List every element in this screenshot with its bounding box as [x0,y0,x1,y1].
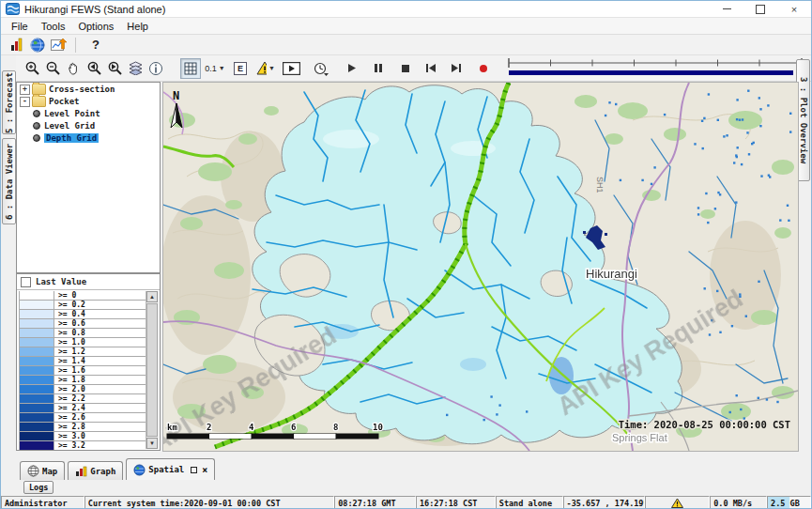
close-button[interactable]: × [777,1,811,17]
expand-icon[interactable]: + [20,85,30,95]
bar-chart-icon [75,466,87,477]
svg-text:N: N [173,89,179,102]
legend-label: >= 1.2 [54,347,146,356]
legend-scrollbar[interactable]: ▲ ▼ [146,291,159,449]
animation-panel-button[interactable] [282,59,300,78]
legend-label: >= 0.2 [54,301,146,309]
legend-label: >= 1.0 [54,338,146,347]
legend-color [20,404,54,412]
legend-color [20,319,54,328]
layers-icon[interactable] [126,59,145,78]
menu-help[interactable]: Help [120,20,155,33]
zoom-next-icon[interactable] [105,59,124,78]
minimize-button[interactable] [710,1,743,17]
pause-button[interactable] [369,59,388,78]
map-time-label: Time: 2020-08-25 00:00:00 CST [619,419,790,430]
svg-text:4: 4 [249,423,254,432]
zoom-previous-icon[interactable] [84,59,103,78]
info-icon[interactable] [146,59,165,78]
svg-text:2: 2 [207,423,211,432]
main-toolbar: ? [1,35,811,55]
warning-dropdown[interactable]: ▼ [256,59,275,78]
tree-item-pocket[interactable]: - Pocket [17,96,160,107]
window-title: Hikurangi FEWS (Stand alone) [24,4,165,15]
data-tree-panel: + Cross-section - Pocket Level Point Lev… [16,82,161,273]
tab-forecast-label: 5 : Forecast [5,71,14,132]
node-bullet-icon [33,110,40,117]
tab-data-viewer[interactable]: 6 : Data Viewer [2,138,16,224]
pan-hand-icon[interactable] [64,59,83,78]
chevron-down-icon: ▼ [268,65,275,71]
last-value-checkbox[interactable] [21,277,31,287]
time-settings-icon[interactable] [311,59,329,78]
globe-icon[interactable] [28,36,47,54]
zoom-in-icon[interactable] [23,59,41,78]
tree-item-level-grid[interactable]: Level Grid [17,120,160,131]
title-bar: Hikurangi FEWS (Stand alone) × [1,1,811,18]
legend-label: >= 2.0 [54,385,146,393]
play-button[interactable] [342,59,360,78]
globe-icon [133,464,146,476]
legend-label: >= 0.4 [54,310,146,318]
contour-interval-dropdown[interactable]: 0.1 ▼ [206,59,224,78]
legend-label: >= 0.6 [54,319,146,328]
node-bullet-icon [33,134,40,142]
scroll-down-icon[interactable]: ▼ [146,438,158,449]
status-coordinates: -35.657 , 174.199 [563,496,646,509]
logs-button[interactable]: Logs [23,481,54,494]
tab-plot-overview-label: 3 : Plot Overview [799,77,808,163]
zoom-out-icon[interactable] [43,59,62,78]
status-mode: Stand alone [496,496,563,509]
timeseries-icon[interactable] [49,36,68,54]
menu-bar: File Tools Options Help [1,18,811,35]
collapse-icon[interactable]: - [20,97,30,107]
help-icon[interactable]: ? [92,38,100,52]
stop-button[interactable] [396,59,415,78]
menu-options[interactable]: Options [71,20,120,33]
contour-interval-value: 0.1 [205,64,217,73]
status-network-speed: 0.0 MB/s [710,496,767,509]
maximize-button[interactable] [743,1,777,17]
tree-item-level-point[interactable]: Level Point [17,108,160,119]
grid-display-button[interactable] [180,58,201,79]
legend-color [20,347,54,356]
legend-button[interactable]: E [231,59,250,78]
logs-row: Logs [1,480,811,496]
wire-globe-icon [27,465,39,477]
tree-item-depth-grid[interactable]: Depth Grid [17,132,160,144]
map-canvas[interactable]: API Key Required API Key Required N SH1 … [163,83,798,451]
tab-map-label: Map [42,467,57,476]
legend-color [20,441,54,450]
place-label: Springs Flat [612,432,667,443]
close-panel-icon[interactable]: × [202,465,207,475]
timeline-slider[interactable] [505,55,805,82]
menu-tools[interactable]: Tools [35,20,72,33]
tab-map[interactable]: Map [20,461,65,480]
tab-forecast[interactable]: 5 : Forecast [2,70,16,134]
scroll-up-icon[interactable]: ▲ [146,291,158,302]
explorer-icon[interactable] [8,36,26,54]
scroll-thumb[interactable] [146,303,158,437]
status-bar: Administrator Current system time:2020-0… [1,496,811,509]
tab-spatial[interactable]: Spatial × [126,458,215,480]
menu-file[interactable]: File [5,20,35,33]
last-value-label: Last Value [36,277,86,286]
step-back-button[interactable] [421,59,440,78]
svg-text:km: km [167,423,177,432]
status-gmt-time: 08:27:18 GMT [334,496,416,509]
legend-color [20,357,54,365]
map-view[interactable]: API Key Required API Key Required N SH1 … [162,82,799,452]
status-warning-cell[interactable] [645,496,710,509]
status-user: Administrator [1,496,84,509]
chevron-down-icon: ▼ [219,65,225,71]
step-forward-button[interactable] [447,59,466,78]
record-button[interactable] [474,59,493,78]
tab-graph[interactable]: Graph [68,461,123,480]
legend-color [20,301,54,309]
legend-label: >= 2.2 [54,394,146,403]
float-panel-icon[interactable] [191,467,197,473]
legend-label: >= 2.4 [54,404,146,412]
svg-text:8: 8 [333,423,338,432]
view-tabs: Map Graph Spatial × [1,458,811,480]
node-bullet-icon [33,122,40,130]
